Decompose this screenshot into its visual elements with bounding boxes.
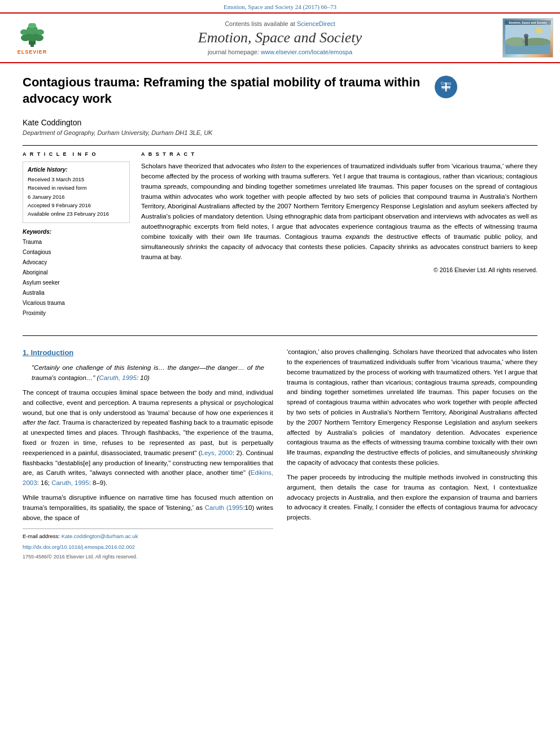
copyright-text: © 2016 Elsevier Ltd. All rights reserved… — [141, 267, 537, 273]
crossmark-icon: Cross Mark — [436, 77, 456, 97]
affiliation: Department of Geography, Durham Universi… — [23, 129, 537, 136]
elsevier-logo: ELSEVIER — [10, 21, 55, 55]
email-footnote: E-mail address: Kate.coddington@durham.a… — [23, 532, 273, 541]
journal-center: Contents lists available at ScienceDirec… — [58, 20, 502, 55]
caruth-ref-1[interactable]: Caruth, 1995 — [99, 374, 137, 381]
homepage-text: journal homepage: www.elsevier.com/locat… — [58, 49, 502, 55]
svg-point-7 — [36, 29, 44, 35]
leys-ref[interactable]: Leys, 2000 — [201, 449, 233, 456]
caruth-ref-3[interactable]: Caruth (1995 — [205, 504, 243, 511]
email-label: E-mail address: — [23, 533, 62, 539]
right-para1: 'contagion,' also proves challenging. Sc… — [287, 347, 537, 468]
journal-cover-image: Emotion, Space and Society — [502, 18, 553, 58]
keyword-3: Advocacy — [23, 259, 47, 265]
keyword-5: Asylum seeker — [23, 279, 60, 286]
svg-point-16 — [536, 27, 542, 34]
article-title: Contagious trauma: Reframing the spatial… — [23, 75, 429, 107]
intro-para1: The concept of trauma occupies liminal s… — [23, 388, 273, 488]
abstract-text: Scholars have theorized that advocates w… — [141, 161, 537, 262]
date-revised: 6 January 2016 — [28, 194, 65, 200]
journal-title: Emotion, Space and Society — [58, 29, 502, 46]
page: Emotion, Space and Society 24 (2017) 66–… — [0, 0, 560, 747]
keyword-7: Vicarious trauma — [23, 300, 65, 306]
article-info-heading: A R T I C L E I N F O — [23, 151, 130, 157]
article-history-label: Article history: — [28, 167, 125, 173]
keywords-section: Keywords: Trauma Contagious Advocacy Abo… — [23, 229, 130, 318]
elsevier-logo-area: ELSEVIER — [7, 21, 58, 55]
homepage-link[interactable]: www.elsevier.com/locate/emospa — [261, 49, 352, 55]
caruth-ref-2[interactable]: Caruth, 1995 — [51, 479, 89, 486]
body-two-col: 1. Introduction "Certainly one challenge… — [23, 347, 537, 561]
right-para2: The paper proceeds by introducing the mu… — [287, 473, 537, 523]
abstract-column: A B S T R A C T Scholars have theorized … — [141, 151, 537, 318]
email-link[interactable]: Kate.coddington@durham.ac.uk — [62, 533, 138, 539]
received-date: Received 3 March 2015 — [28, 176, 84, 182]
available-date: Available online 23 February 2016 — [28, 211, 109, 217]
svg-point-4 — [34, 34, 43, 41]
article-dates: Received 3 March 2015 Received in revise… — [28, 175, 125, 218]
accepted-date: Accepted 9 February 2016 — [28, 202, 91, 208]
keyword-8: Proximity — [23, 310, 46, 316]
elsevier-tree-icon — [15, 23, 49, 48]
body-col-right: 'contagion,' also proves challenging. Sc… — [287, 347, 537, 561]
svg-point-3 — [21, 34, 30, 41]
keywords-list: Trauma Contagious Advocacy Aboriginal As… — [23, 237, 130, 318]
crossmark-badge: Cross Mark — [435, 76, 457, 98]
intro-blockquote: "Certainly one challenge of this listeni… — [32, 363, 264, 383]
keyword-2: Contagious — [23, 249, 51, 255]
intro-section-title: 1. Introduction — [23, 347, 273, 359]
svg-rect-14 — [525, 37, 528, 46]
keyword-6: Australia — [23, 290, 45, 296]
header-divider — [23, 145, 537, 146]
abstract-heading: A B S T R A C T — [141, 151, 537, 157]
article-info-column: A R T I C L E I N F O Article history: R… — [23, 151, 130, 318]
citation-bar: Emotion, Space and Society 24 (2017) 66–… — [0, 0, 560, 12]
footnote-area: E-mail address: Kate.coddington@durham.a… — [23, 528, 273, 561]
elsevier-text: ELSEVIER — [18, 49, 47, 55]
author-name: Kate Coddington — [23, 118, 537, 127]
available-text: Contents lists available at ScienceDirec… — [58, 20, 502, 27]
cover-scene-icon — [505, 25, 550, 54]
journal-header: ELSEVIER Contents lists available at Sci… — [0, 12, 560, 63]
article-body: Contagious trauma: Reframing the spatial… — [0, 63, 560, 330]
doi-link[interactable]: http://dx.doi.org/10.1016/j.emospa.2016.… — [23, 544, 135, 550]
body-col-left: 1. Introduction "Certainly one challenge… — [23, 347, 273, 561]
keyword-1: Trauma — [23, 239, 42, 245]
issn-text: 1755-4586/© 2016 Elsevier Ltd. All right… — [23, 554, 137, 560]
keywords-label: Keywords: — [23, 229, 130, 235]
article-main: 1. Introduction "Certainly one challenge… — [0, 342, 560, 573]
cover-title: Emotion, Space and Society — [505, 20, 551, 25]
citation-text: Emotion, Space and Society 24 (2017) 66–… — [224, 3, 336, 10]
intro-para2: While trauma's disruptive influence on n… — [23, 493, 273, 523]
sciencedirect-link[interactable]: ScienceDirect — [297, 20, 335, 27]
received-revised-label: Received in revised form — [28, 185, 87, 191]
body-divider — [23, 335, 537, 336]
svg-point-6 — [20, 29, 28, 35]
svg-point-15 — [524, 34, 528, 38]
keyword-4: Aboriginal — [23, 269, 47, 276]
article-info-abstract-section: A R T I C L E I N F O Article history: R… — [23, 151, 537, 318]
article-history-box: Article history: Received 3 March 2015 R… — [23, 161, 130, 223]
